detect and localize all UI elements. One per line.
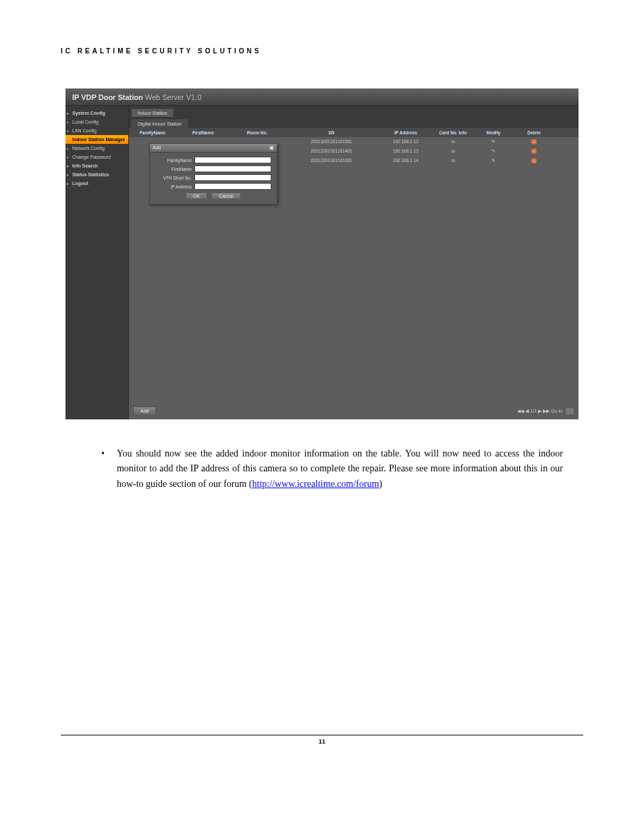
bullet-content: You should now see the added indoor moni… [117,446,563,492]
cell[interactable]: ✎ [473,147,514,156]
column-header: Card No. Info [433,128,473,137]
dialog-title: Add [153,145,161,151]
add-dialog: Add ▣ FamilyNameFirstNameVTH Short No.IP… [149,143,277,205]
embedded-screenshot: IP VDP Door Station Web Server V1.0 Syst… [65,88,579,419]
tab-digital-indoor-station[interactable]: Digital Indoor Station [132,120,188,128]
sidebar-item-3[interactable]: Indoor Station Manager [65,135,128,144]
field-label: IP Address [155,184,194,189]
cell[interactable]: ✎ [473,156,514,165]
ok-button[interactable]: OK [186,192,207,200]
instruction-text: • You should now see the added indoor mo… [61,446,583,492]
cell[interactable]: ⧉ [433,156,473,165]
app-title-thin: Web Server V1.0 [145,93,202,101]
column-header: Room No. [230,128,284,137]
pager-text: ◀◀ ◀ 1/1 ▶ ▶▶ Go to [517,409,562,414]
close-icon[interactable]: ▣ [269,145,274,151]
column-header: FirstName [176,128,230,137]
field-label: FamilyName [155,158,194,163]
pager[interactable]: ◀◀ ◀ 1/1 ▶ ▶▶ Go to [517,407,574,415]
sidebar-item-1[interactable]: Local Config [65,118,128,126]
bullet-after: ) [379,479,383,489]
cell: 20213201101101501 [284,137,379,147]
cell: 192.168.1.12 [379,137,433,147]
cell: 20212201101101401 [284,147,379,156]
column-header: FamilyName [129,128,176,137]
form-row: FirstName [155,165,271,172]
field-label: FirstName [155,167,194,172]
text-input[interactable] [194,165,271,172]
field-label: VTH Short No. [155,176,194,180]
content-area: FamilyNameFirstNameRoom No.SNIP AddressC… [129,128,579,419]
form-row: VTH Short No. [155,174,271,181]
bullet-icon: • [101,446,105,492]
cell[interactable]: – [514,156,554,165]
form-row: FamilyName [155,157,271,163]
cell: 20212201101101001 [284,156,379,165]
text-input[interactable] [194,183,271,190]
app-title-bar: IP VDP Door Station Web Server V1.0 [65,88,579,106]
cell: 192.168.1.13 [379,147,433,156]
text-input[interactable] [194,157,271,163]
cell[interactable]: ⧉ [433,137,473,147]
cancel-button[interactable]: Cancel [211,192,241,200]
cell[interactable]: – [514,137,554,147]
sidebar-item-8[interactable]: Logout [65,179,128,188]
forum-link[interactable]: http://www.icrealtime.com/forum [252,479,379,489]
form-row: IP Address [155,183,271,190]
table-header-row: FamilyNameFirstNameRoom No.SNIP AddressC… [129,128,579,137]
text-input[interactable] [194,174,271,181]
cell: 192.168.1.14 [379,156,433,165]
cell[interactable]: – [514,147,554,156]
page-number: 11 [61,735,583,745]
sidebar-item-5[interactable]: Change Password [65,153,128,161]
add-button[interactable]: Add [133,407,156,415]
cell[interactable]: ✎ [473,137,514,147]
sidebar-item-2[interactable]: LAN Config [65,126,128,135]
column-header: Delete [514,128,554,137]
column-header: IP Address [379,128,433,137]
pager-input[interactable] [565,407,574,415]
sidebar-item-6[interactable]: Info Search [65,161,128,170]
document-header: IC REALTIME SECURITY SOLUTIONS [61,47,583,55]
app-title-strong: IP VDP Door Station [72,93,143,101]
main-panel: Indoor Station Digital Indoor Station Fa… [129,106,579,419]
tab-indoor-station[interactable]: Indoor Station [132,109,173,117]
sidebar-item-0[interactable]: System Config [65,109,128,118]
sidebar-item-7[interactable]: Status Statistics [65,170,128,179]
column-header: Modify [473,128,514,137]
sidebar-item-4[interactable]: Network Config [65,144,128,153]
sidebar: System ConfigLocal ConfigLAN ConfigIndoo… [65,106,129,419]
column-header: SN [284,128,379,137]
cell[interactable]: ⧉ [433,147,473,156]
